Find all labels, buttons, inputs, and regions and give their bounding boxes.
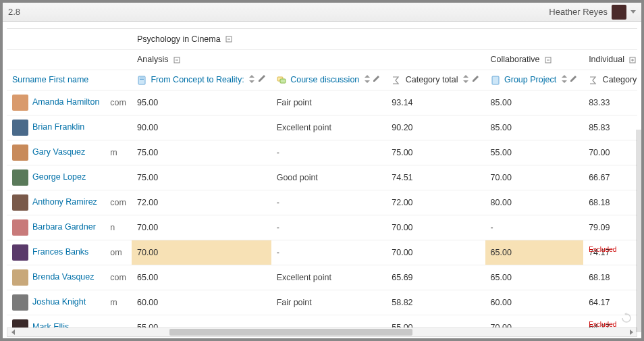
scroll-left-icon[interactable]: [9, 329, 17, 336]
grade-cell[interactable]: 74.51: [386, 165, 485, 190]
grade-cell[interactable]: 66.67: [583, 165, 637, 190]
col-name[interactable]: Surname First name: [7, 70, 105, 90]
grade-cell[interactable]: 65.00: [132, 265, 271, 290]
grade-cell[interactable]: 58.82: [386, 290, 485, 315]
student-name-cell[interactable]: Amanda Hamilton: [7, 90, 105, 115]
grade-cell[interactable]: 95.00: [132, 90, 271, 115]
grade-cell[interactable]: 85.00: [485, 115, 584, 140]
grade-cell[interactable]: 90.00: [132, 115, 271, 140]
expand-icon[interactable]: [626, 55, 636, 64]
edit-icon[interactable]: [373, 75, 381, 84]
edit-icon[interactable]: [570, 75, 578, 84]
student-link[interactable]: Amanda Hamilton: [32, 97, 99, 107]
grade-cell[interactable]: 72.00: [132, 190, 271, 215]
col-group-project[interactable]: Group Project: [485, 70, 584, 90]
reset-icon[interactable]: [621, 313, 632, 323]
grade-cell[interactable]: -: [271, 140, 387, 165]
col-category-total[interactable]: Category total: [386, 70, 485, 90]
scroll-right-icon[interactable]: [627, 329, 635, 336]
col-concept[interactable]: From Concept to Reality:: [132, 70, 271, 90]
student-name-cell[interactable]: Mark Ellis: [7, 315, 105, 327]
grade-cell[interactable]: 64.17: [583, 290, 637, 315]
horizontal-scrollbar[interactable]: [7, 327, 637, 337]
email-cell: com: [105, 90, 132, 115]
grade-cell[interactable]: 75.00: [132, 140, 271, 165]
student-name-cell[interactable]: Barbara Gardner: [7, 215, 105, 240]
grade-cell[interactable]: Excellent point: [271, 115, 387, 140]
grade-cell[interactable]: 60.00: [132, 290, 271, 315]
grade-cell[interactable]: 70.00: [583, 140, 637, 165]
avatar: [12, 194, 28, 211]
user-menu[interactable]: Heather Reyes: [549, 5, 636, 20]
student-link[interactable]: Frances Banks: [32, 247, 88, 257]
grade-cell[interactable]: Fair point: [271, 290, 387, 315]
grade-cell[interactable]: 70.00: [132, 240, 271, 265]
student-link[interactable]: George Lopez: [32, 172, 86, 182]
grade-cell[interactable]: 85.00: [485, 90, 584, 115]
grade-cell[interactable]: 65.69: [386, 265, 485, 290]
edit-icon[interactable]: [472, 75, 480, 84]
grade-cell[interactable]: 55.00: [485, 140, 584, 165]
grade-cell[interactable]: 90.20: [386, 115, 485, 140]
student-name-cell[interactable]: Joshua Knight: [7, 290, 105, 315]
grade-cell[interactable]: 68.18: [583, 265, 637, 290]
edit-icon[interactable]: [258, 75, 266, 84]
grade-cell[interactable]: Good point: [271, 165, 387, 190]
collapse-icon[interactable]: [223, 34, 232, 44]
grade-cell[interactable]: 93.14: [386, 90, 485, 115]
grade-report[interactable]: Psychology in Cinema Analysis Collaborat…: [7, 28, 637, 327]
table-row: Gary Vasquezm75.00-75.0055.0070.00Absent: [7, 140, 637, 165]
grade-cell[interactable]: Excellent point: [271, 265, 387, 290]
student-name-cell[interactable]: Brian Franklin: [7, 115, 105, 140]
grade-cell[interactable]: Excluded74.17: [583, 240, 637, 265]
svg-rect-10: [140, 78, 144, 78]
grade-cell[interactable]: 68.18: [583, 190, 637, 215]
grade-cell[interactable]: -: [271, 315, 387, 327]
grade-cell[interactable]: 79.09: [583, 215, 637, 240]
grade-cell[interactable]: 55.00: [132, 315, 271, 327]
student-link[interactable]: Anthony Ramirez: [32, 197, 97, 207]
student-link[interactable]: Brenda Vasquez: [32, 272, 95, 282]
collapse-icon[interactable]: [542, 55, 552, 64]
student-name-cell[interactable]: Gary Vasquez: [7, 140, 105, 165]
sort-icon[interactable]: [248, 75, 255, 85]
grade-cell[interactable]: -: [485, 215, 584, 240]
scroll-thumb[interactable]: [169, 329, 412, 336]
grade-cell[interactable]: 70.00: [132, 215, 271, 240]
grade-cell[interactable]: 60.00: [485, 290, 584, 315]
sort-icon[interactable]: [462, 75, 469, 85]
grade-cell[interactable]: 75.00: [132, 165, 271, 190]
grade-cell[interactable]: 85.83: [583, 115, 637, 140]
grade-cell[interactable]: 65.00: [485, 265, 584, 290]
student-name-cell[interactable]: Frances Banks: [7, 240, 105, 265]
student-link[interactable]: Mark Ellis: [32, 322, 69, 327]
grade-cell[interactable]: 70.00: [386, 215, 485, 240]
collapse-icon[interactable]: [171, 55, 180, 64]
grade-cell[interactable]: 75.00: [386, 140, 485, 165]
student-link[interactable]: Brian Franklin: [32, 122, 84, 132]
grade-cell[interactable]: -: [271, 215, 387, 240]
col-discussion[interactable]: Course discussion: [271, 70, 387, 90]
student-name-cell[interactable]: Brenda Vasquez: [7, 265, 105, 290]
grade-cell[interactable]: 70.00: [485, 315, 584, 327]
grade-cell[interactable]: 80.00: [485, 190, 584, 215]
student-link[interactable]: Barbara Gardner: [32, 222, 96, 232]
grade-cell[interactable]: 72.00: [386, 190, 485, 215]
grade-cell[interactable]: 70.00: [485, 165, 584, 190]
vertical-scrollbar[interactable]: [636, 130, 641, 332]
avatar: [12, 169, 28, 186]
col-category-total-2[interactable]: Category total: [583, 70, 637, 90]
student-name-cell[interactable]: George Lopez: [7, 165, 105, 190]
student-name-cell[interactable]: Anthony Ramirez: [7, 190, 105, 215]
grade-cell[interactable]: -: [271, 240, 387, 265]
sort-icon[interactable]: [364, 75, 371, 85]
student-link[interactable]: Joshua Knight: [32, 297, 86, 307]
grade-cell[interactable]: 83.33: [583, 90, 637, 115]
sort-icon[interactable]: [561, 75, 568, 85]
grade-cell[interactable]: 65.00: [485, 240, 584, 265]
student-link[interactable]: Gary Vasquez: [32, 147, 85, 157]
grade-cell[interactable]: -: [271, 190, 387, 215]
grade-cell[interactable]: 70.00: [386, 240, 485, 265]
grade-cell[interactable]: 55.00: [386, 315, 485, 327]
grade-cell[interactable]: Fair point: [271, 90, 387, 115]
